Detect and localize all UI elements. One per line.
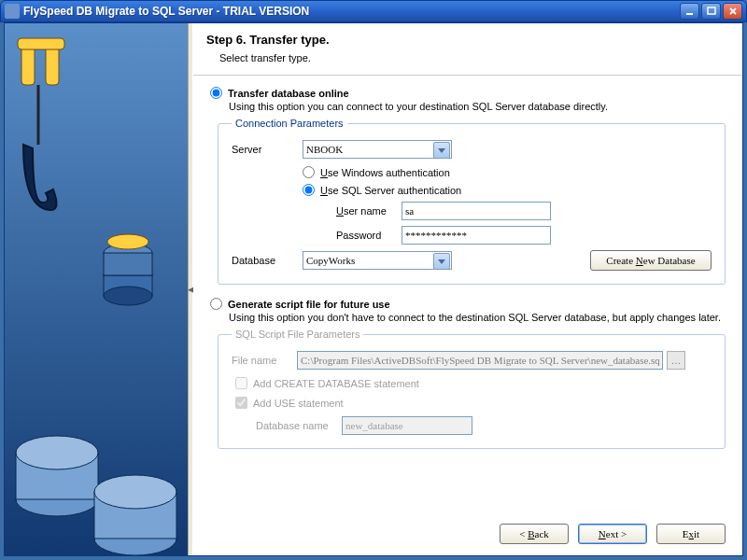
- connection-parameters-legend: Connection Parameters: [232, 118, 347, 129]
- exit-button[interactable]: Exit: [656, 524, 726, 544]
- server-label: Server: [232, 144, 303, 155]
- add-create-label: Add CREATE DATABASE statement: [253, 378, 419, 389]
- maximize-button[interactable]: [701, 3, 721, 20]
- main-panel: Step 6. Transfer type. Select transfer t…: [193, 23, 742, 555]
- server-select[interactable]: NBOOK: [303, 140, 452, 159]
- transfer-online-desc: Using this option you can connect to you…: [229, 101, 726, 112]
- script-file-parameters-group: SQL Script File Parameters File name … A…: [218, 329, 726, 449]
- generate-script-desc: Using this option you don't have to conn…: [229, 312, 726, 323]
- radio-transfer-online-label: Transfer database online: [228, 88, 349, 99]
- titlebar[interactable]: FlySpeed DB Migrate to SQL Server - TRIA…: [0, 0, 747, 22]
- windows-auth-label: Use Windows authentication: [320, 167, 450, 178]
- connection-parameters-group: Connection Parameters Server NBOOK Use W…: [218, 118, 726, 285]
- svg-rect-3: [21, 46, 35, 85]
- password-label: Password: [336, 230, 402, 241]
- page-title: Step 6. Transfer type.: [206, 33, 729, 47]
- script-file-parameters-legend: SQL Script File Parameters: [232, 329, 363, 340]
- wizard-nav: < Back Next > Exit: [500, 524, 726, 544]
- sql-auth-label: Use SQL Server authentication: [320, 185, 461, 196]
- client-area: ◀ Step 6. Transfer type. Select transfer…: [4, 22, 743, 556]
- crane-illustration-icon: [5, 23, 188, 555]
- password-input[interactable]: [402, 226, 551, 245]
- add-create-checkbox: [235, 377, 247, 389]
- svg-point-8: [104, 287, 152, 305]
- script-dbname-input: [342, 416, 472, 435]
- browse-button: …: [667, 351, 685, 370]
- back-button[interactable]: < Back: [500, 524, 569, 544]
- create-database-button[interactable]: Create New Database: [590, 250, 712, 271]
- add-use-checkbox: [235, 397, 247, 409]
- radio-generate-script-label: Generate script file for future use: [228, 299, 390, 310]
- window-title: FlySpeed DB Migrate to SQL Server - TRIA…: [23, 5, 678, 18]
- svg-point-11: [107, 234, 148, 249]
- svg-rect-1: [708, 7, 715, 14]
- svg-rect-0: [686, 13, 693, 15]
- username-input[interactable]: [402, 202, 551, 220]
- next-button[interactable]: Next >: [578, 524, 647, 544]
- svg-rect-10: [104, 253, 152, 275]
- radio-windows-auth[interactable]: [303, 166, 315, 178]
- file-name-input: [297, 351, 663, 370]
- sidebar-image: [5, 23, 188, 555]
- username-label: User name: [336, 205, 402, 217]
- database-select[interactable]: CopyWorks: [303, 251, 452, 270]
- database-label: Database: [232, 255, 303, 266]
- minimize-button[interactable]: [680, 3, 699, 20]
- radio-sql-auth[interactable]: [303, 184, 315, 196]
- svg-point-17: [94, 475, 176, 509]
- svg-rect-4: [46, 46, 59, 85]
- svg-rect-5: [18, 38, 64, 49]
- radio-transfer-online[interactable]: [210, 87, 222, 99]
- radio-generate-script[interactable]: [210, 298, 222, 310]
- page-subtitle: Select transfer type.: [219, 52, 729, 63]
- header-divider: [193, 75, 742, 76]
- app-icon: [5, 4, 20, 19]
- file-name-label: File name: [232, 355, 297, 366]
- close-button[interactable]: [723, 3, 742, 20]
- script-dbname-label: Database name: [256, 420, 342, 431]
- add-use-label: Add USE statement: [253, 398, 344, 409]
- svg-point-14: [16, 436, 98, 469]
